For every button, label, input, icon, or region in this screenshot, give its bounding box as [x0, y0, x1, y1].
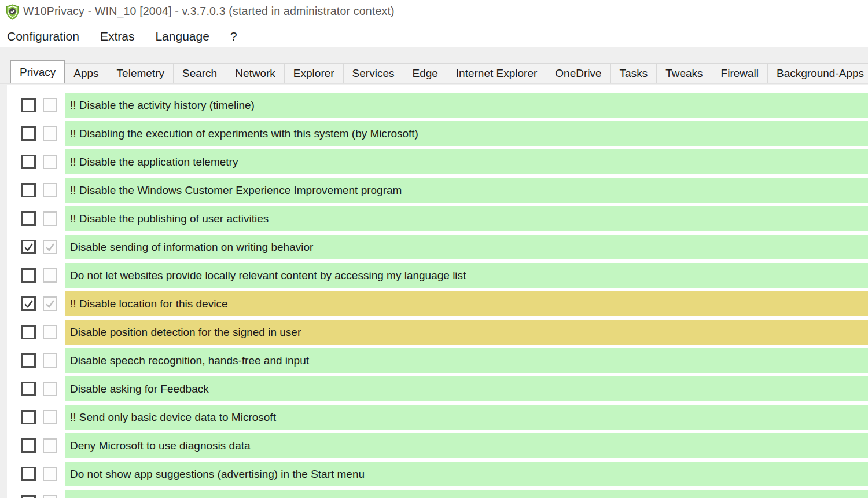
menu-item-configuration[interactable]: Configuration — [7, 30, 79, 43]
setting-checkbox-current[interactable] — [43, 467, 57, 481]
window-title: W10Privacy - WIN_10 [2004] - v.3.7.0.3 (… — [23, 5, 395, 18]
tab-firewall[interactable]: Firewall — [712, 63, 768, 83]
setting-highlight-stripe: !! Disable location for this device — [65, 291, 868, 316]
setting-highlight-stripe: Disable position detection for the signe… — [65, 320, 868, 345]
shield-check-icon — [5, 4, 20, 20]
setting-row: Disable asking for Feedback — [7, 376, 868, 401]
setting-label: Disable asking for Feedback — [65, 383, 209, 396]
setting-checkbox-set[interactable] — [21, 126, 36, 141]
setting-row: !! Disable the Windows Customer Experien… — [7, 178, 868, 203]
setting-label: !! Do not allow the use of the built in … — [65, 496, 373, 498]
setting-checkbox-current[interactable] — [43, 382, 57, 396]
setting-highlight-stripe: Disable asking for Feedback — [65, 376, 868, 401]
tab-edge[interactable]: Edge — [403, 63, 447, 83]
setting-checkbox-set[interactable] — [21, 467, 36, 481]
tab-search[interactable]: Search — [173, 63, 226, 83]
setting-highlight-stripe: !! Disabling the execution of experiment… — [65, 121, 868, 146]
setting-row: !! Disable the activity history (timelin… — [7, 93, 868, 118]
setting-checkbox-current[interactable] — [43, 155, 57, 169]
setting-label: !! Disable location for this device — [65, 298, 227, 310]
setting-checkbox-set[interactable] — [21, 382, 36, 396]
menubar: ConfigurationExtrasLanguage? — [0, 25, 868, 47]
tab-background-apps[interactable]: Background-Apps — [767, 63, 868, 83]
setting-checkbox-set[interactable] — [21, 183, 36, 197]
tab-telemetry[interactable]: Telemetry — [108, 63, 174, 83]
setting-highlight-stripe: !! Disable the publishing of user activi… — [65, 206, 868, 231]
tab-bar: PrivacyAppsTelemetrySearchNetworkExplore… — [0, 47, 868, 84]
setting-checkbox-current[interactable] — [43, 410, 57, 424]
setting-label: Disable sending of information on writin… — [65, 241, 313, 254]
setting-label: !! Disable the activity history (timelin… — [65, 99, 255, 112]
setting-label: !! Disable the publishing of user activi… — [65, 213, 269, 225]
setting-row: !! Send only basic device data to Micros… — [7, 405, 868, 430]
setting-checkbox-current[interactable] — [43, 126, 57, 141]
tab-onedrive[interactable]: OneDrive — [546, 63, 610, 83]
setting-checkbox-current[interactable] — [43, 353, 57, 368]
setting-row: !! Disable the application telemetry — [7, 149, 868, 174]
setting-label: Deny Microsoft to use diagnosis data — [65, 440, 251, 452]
setting-row: !! Disable location for this device — [7, 291, 868, 316]
setting-label: Disable position detection for the signe… — [65, 326, 301, 339]
setting-row: Do not let websites provide locally rele… — [7, 263, 868, 288]
setting-highlight-stripe: Deny Microsoft to use diagnosis data — [65, 433, 868, 458]
setting-checkbox-current[interactable] — [43, 211, 57, 226]
tab-apps[interactable]: Apps — [64, 63, 108, 83]
privacy-settings-list: !! Disable the activity history (timelin… — [7, 85, 868, 498]
setting-checkbox-set[interactable] — [21, 268, 36, 283]
titlebar: W10Privacy - WIN_10 [2004] - v.3.7.0.3 (… — [0, 0, 868, 25]
setting-highlight-stripe: Disable speech recognition, hands-free a… — [65, 348, 868, 373]
setting-checkbox-set[interactable] — [21, 296, 36, 311]
setting-label: !! Send only basic device data to Micros… — [65, 411, 276, 424]
setting-checkbox-set[interactable] — [21, 438, 36, 453]
setting-highlight-stripe: Do not show app suggestions (advertising… — [65, 462, 868, 486]
setting-label: !! Disable the Windows Customer Experien… — [65, 184, 402, 197]
setting-checkbox-set[interactable] — [21, 353, 36, 368]
setting-highlight-stripe: !! Disable the application telemetry — [65, 149, 868, 174]
setting-highlight-stripe: !! Disable the Windows Customer Experien… — [65, 178, 868, 203]
setting-row: !! Disable the publishing of user activi… — [7, 206, 868, 231]
setting-row: Deny Microsoft to use diagnosis data — [7, 433, 868, 458]
setting-row: Disable speech recognition, hands-free a… — [7, 348, 868, 373]
setting-label: Disable speech recognition, hands-free a… — [65, 354, 309, 367]
setting-checkbox-set[interactable] — [21, 211, 36, 226]
setting-checkbox-current[interactable] — [43, 325, 57, 339]
setting-checkbox-current[interactable] — [43, 268, 57, 283]
tab-internet-explorer[interactable]: Internet Explorer — [447, 63, 546, 83]
tab-privacy[interactable]: Privacy — [10, 60, 65, 84]
tab-network[interactable]: Network — [226, 63, 285, 83]
setting-checkbox-current[interactable] — [43, 438, 57, 453]
setting-label: Do not show app suggestions (advertising… — [65, 468, 365, 481]
setting-highlight-stripe: Disable sending of information on writin… — [65, 235, 868, 259]
setting-checkbox-current[interactable] — [43, 240, 57, 254]
setting-checkbox-set[interactable] — [21, 495, 36, 498]
setting-row: Disable position detection for the signe… — [7, 320, 868, 345]
setting-row: !! Do not allow the use of the built in … — [7, 490, 868, 498]
tab-explorer[interactable]: Explorer — [284, 63, 344, 83]
tab-tasks[interactable]: Tasks — [610, 63, 657, 83]
setting-label: !! Disable the application telemetry — [65, 156, 238, 169]
setting-row: !! Disabling the execution of experiment… — [7, 121, 868, 146]
setting-highlight-stripe: !! Do not allow the use of the built in … — [65, 490, 868, 498]
setting-checkbox-set[interactable] — [21, 410, 36, 424]
setting-highlight-stripe: !! Disable the activity history (timelin… — [65, 93, 868, 118]
setting-highlight-stripe: !! Send only basic device data to Micros… — [65, 405, 868, 430]
menu-item-extras[interactable]: Extras — [100, 30, 135, 43]
setting-row: Do not show app suggestions (advertising… — [7, 462, 868, 486]
setting-checkbox-current[interactable] — [43, 495, 57, 498]
menu-item-help[interactable]: ? — [230, 30, 237, 43]
setting-checkbox-set[interactable] — [21, 325, 36, 339]
menu-item-language[interactable]: Language — [155, 30, 209, 43]
setting-row: Disable sending of information on writin… — [7, 235, 868, 259]
setting-checkbox-current[interactable] — [43, 183, 57, 197]
setting-highlight-stripe: Do not let websites provide locally rele… — [65, 263, 868, 288]
setting-label: !! Disabling the execution of experiment… — [65, 127, 418, 140]
setting-checkbox-current[interactable] — [43, 98, 57, 112]
setting-checkbox-set[interactable] — [21, 240, 36, 254]
tab-tweaks[interactable]: Tweaks — [656, 63, 712, 83]
setting-checkbox-current[interactable] — [43, 296, 57, 311]
setting-label: Do not let websites provide locally rele… — [65, 269, 466, 282]
tab-services[interactable]: Services — [343, 63, 404, 83]
setting-checkbox-set[interactable] — [21, 155, 36, 169]
setting-checkbox-set[interactable] — [21, 98, 36, 112]
